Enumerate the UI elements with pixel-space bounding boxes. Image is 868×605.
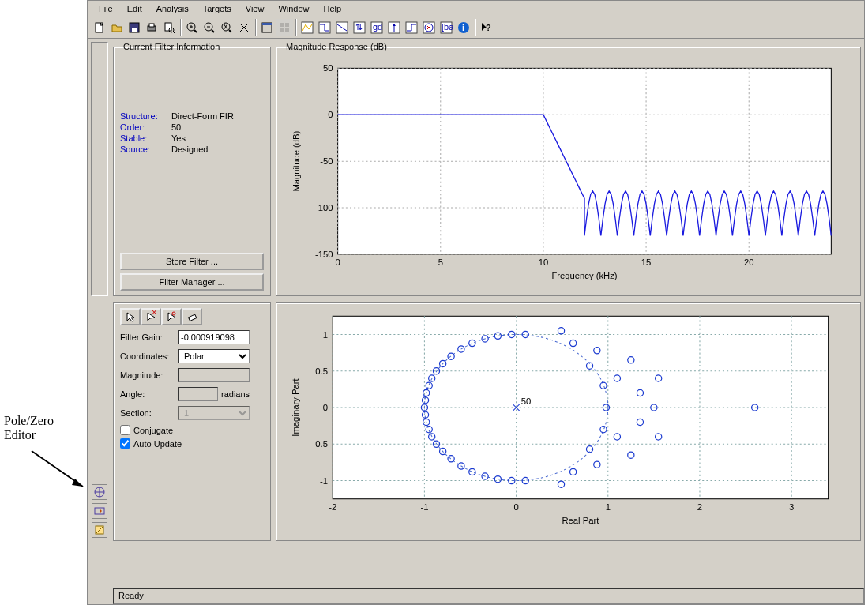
svg-text:-2: -2 — [329, 502, 336, 512]
svg-text:50: 50 — [323, 63, 333, 73]
delete-pole-tool-icon[interactable]: × — [141, 308, 161, 325]
polezero-icon[interactable] — [420, 19, 438, 36]
svg-line-20 — [229, 30, 231, 32]
tile-icon — [276, 19, 293, 36]
svg-rect-28 — [285, 28, 289, 32]
menu-view[interactable]: View — [239, 2, 271, 15]
svg-point-84 — [172, 312, 175, 315]
pole-zero-plot: -2-10123-1-0.500.5150Real PartImaginary … — [283, 308, 854, 535]
filter-gain-input[interactable] — [178, 330, 250, 344]
impresp-icon[interactable] — [385, 19, 403, 36]
structure-value: Direct-Form FIR — [171, 111, 234, 121]
zoom-in-icon[interactable] — [183, 19, 201, 36]
whatsthis-icon[interactable]: ? — [478, 19, 495, 36]
phaseresp-icon[interactable] — [333, 19, 351, 36]
svg-line-17 — [212, 30, 214, 32]
angle-label: Angle: — [120, 389, 175, 399]
menu-help[interactable]: Help — [318, 2, 348, 15]
zoom-out-icon[interactable] — [201, 19, 218, 36]
auto-update-checkbox[interactable] — [120, 438, 130, 449]
pole-zero-editor-annotation: Pole/Zero Editor — [4, 414, 54, 442]
pole-zero-editor-panel: × Filter Gain: Coordinates:Polar Magnitu… — [113, 302, 271, 541]
svg-text:-1: -1 — [420, 502, 428, 512]
svg-rect-7 — [149, 24, 154, 27]
full-view-icon[interactable] — [258, 19, 276, 36]
angle-input[interactable] — [178, 387, 218, 401]
angle-units: radians — [221, 389, 250, 399]
section-select[interactable]: 1 — [178, 406, 250, 420]
menu-file[interactable]: File — [92, 2, 119, 15]
menu-analysis[interactable]: Analysis — [150, 2, 195, 15]
groupdelay-icon[interactable]: gd — [368, 19, 385, 36]
stable-value: Yes — [171, 133, 186, 143]
new-icon[interactable] — [91, 19, 108, 36]
svg-text:Real Part: Real Part — [562, 516, 599, 525]
svg-text:1: 1 — [323, 330, 328, 340]
erase-tool-icon[interactable] — [182, 308, 202, 325]
current-filter-info-panel: Current Filter Information Structure:Dir… — [113, 42, 271, 296]
coordinates-select[interactable]: Polar — [178, 349, 250, 363]
filter-manager-button[interactable]: Filter Manager ... — [120, 273, 264, 291]
svg-rect-27 — [280, 28, 284, 32]
spec-icon[interactable] — [299, 19, 316, 36]
add-zero-tool-icon[interactable] — [161, 308, 182, 325]
svg-text:-150: -150 — [315, 250, 333, 259]
svg-text:0: 0 — [323, 403, 328, 412]
pole-zero-plot-panel: -2-10123-1-0.500.5150Real PartImaginary … — [276, 302, 861, 541]
svg-text:i: i — [462, 23, 464, 32]
svg-rect-29 — [302, 22, 313, 33]
menu-edit[interactable]: Edit — [121, 2, 148, 15]
svg-text:50: 50 — [521, 396, 532, 406]
zoom-x-icon[interactable]: x — [218, 19, 235, 36]
svg-text:1: 1 — [606, 502, 611, 512]
svg-text:⇅: ⇅ — [355, 22, 363, 32]
select-tool-icon[interactable] — [120, 308, 141, 325]
save-icon[interactable] — [126, 19, 143, 36]
svg-text:Frequency (kHz): Frequency (kHz) — [551, 271, 617, 280]
svg-text:Magnitude (dB): Magnitude (dB) — [291, 130, 301, 191]
open-icon[interactable] — [108, 19, 126, 36]
conjugate-label: Conjugate — [133, 426, 173, 435]
coordinates-label: Coordinates: — [120, 351, 175, 361]
design-sidebar-icon[interactable] — [92, 522, 107, 538]
import-sidebar-icon[interactable] — [92, 503, 107, 519]
stepresp-icon[interactable] — [403, 19, 420, 36]
magnitude-response-panel: Magnitude Response (dB) 05101520-150-100… — [276, 42, 861, 296]
coeffs-icon[interactable]: [ba] — [438, 19, 455, 36]
svg-marker-83 — [168, 313, 175, 321]
store-filter-button[interactable]: Store Filter ... — [120, 253, 264, 270]
section-label: Section: — [120, 408, 175, 418]
svg-text:-50: -50 — [320, 156, 333, 166]
svg-text:0: 0 — [328, 110, 333, 119]
pz-editor-sidebar-icon[interactable] — [92, 484, 107, 500]
magnitude-input[interactable] — [178, 368, 250, 382]
order-label: Order: — [120, 122, 171, 132]
order-value: 50 — [171, 122, 181, 132]
menu-bar: File Edit Analysis Targets View Window H… — [88, 1, 864, 17]
menu-targets[interactable]: Targets — [197, 2, 238, 15]
annotation-arrow — [28, 447, 91, 494]
filter-gain-label: Filter Gain: — [120, 333, 175, 342]
source-value: Designed — [171, 145, 208, 154]
app-window: File Edit Analysis Targets View Window H… — [87, 0, 865, 605]
conjugate-checkbox[interactable] — [120, 425, 130, 435]
svg-text:Imaginary Part: Imaginary Part — [291, 378, 300, 436]
info-icon[interactable]: i — [455, 19, 472, 36]
annotation-line1: Pole/Zero — [4, 414, 54, 428]
svg-marker-80 — [127, 313, 134, 321]
stable-label: Stable: — [120, 133, 171, 143]
svg-text:×: × — [152, 310, 156, 317]
svg-marker-77 — [100, 509, 102, 513]
magnitude-label: Magnitude: — [120, 370, 175, 380]
svg-text:5: 5 — [438, 257, 443, 267]
svg-line-14 — [194, 30, 197, 32]
magresp-icon[interactable] — [316, 19, 333, 36]
svg-text:?: ? — [486, 23, 491, 32]
print-icon[interactable] — [143, 19, 160, 36]
magphase-icon[interactable]: ⇅ — [351, 19, 368, 36]
menu-window[interactable]: Window — [272, 2, 315, 15]
zoom-full-icon[interactable] — [235, 19, 253, 36]
svg-text:3: 3 — [789, 502, 794, 512]
svg-text:-1: -1 — [320, 476, 328, 486]
print-preview-icon[interactable] — [160, 19, 178, 36]
